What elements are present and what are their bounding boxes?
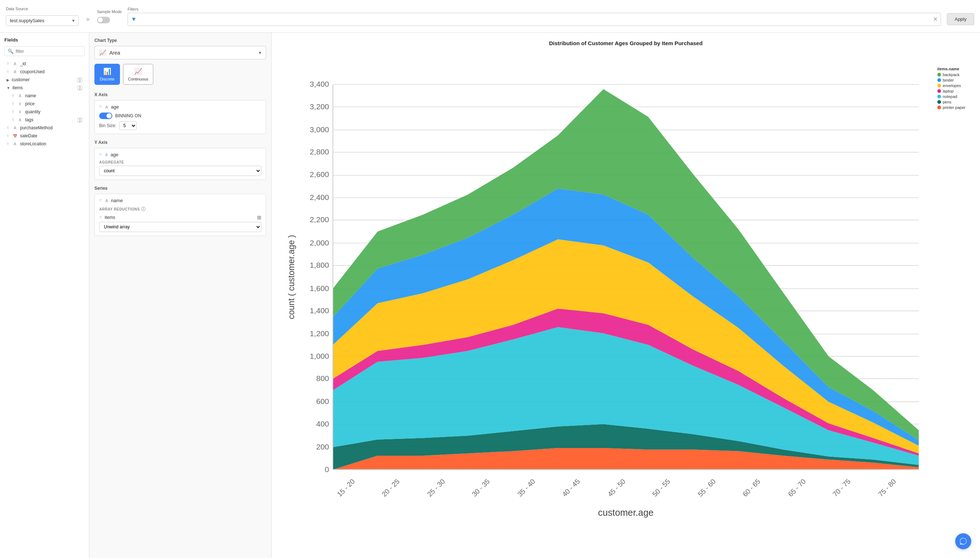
field-type-badge: {} [77, 77, 82, 82]
legend-color-dot [937, 100, 941, 104]
svg-text:count ( customer.age ): count ( customer.age ) [287, 235, 296, 319]
legend-item-notepad: notepad [937, 94, 965, 99]
svg-text:800: 800 [316, 374, 329, 382]
x-axis-title: X Axis [94, 92, 266, 97]
chart-type-icon: 📈 [99, 49, 107, 56]
y-axis-card: ⠿ # age AGGREGATE count sum avg min max [94, 148, 266, 180]
discrete-button[interactable]: 📊 Discrete [94, 64, 120, 85]
y-axis-section: Y Axis ⠿ # age AGGREGATE count sum avg m… [94, 140, 266, 180]
legend-item-envelopes: envelopes [937, 84, 965, 88]
field-name: items [12, 85, 76, 90]
chart-type-section-title: Chart Type [94, 38, 266, 43]
bin-size-select[interactable]: 5 10 2 1 [119, 121, 137, 130]
sample-mode-toggle[interactable] [97, 17, 110, 23]
svg-text:600: 600 [316, 397, 329, 405]
drag-handle-icon: ⠿ [7, 134, 9, 138]
field-name: purchaseMethod [20, 125, 82, 130]
clear-filter-button[interactable]: ✕ [933, 16, 938, 23]
aggregate-select[interactable]: count sum avg min max [99, 166, 262, 176]
y-field-type-icon: # [105, 153, 107, 157]
field-item-storelocation[interactable]: ⠿ A storeLocation [4, 140, 85, 148]
top-bar: Data Source test.supplySales ▾ » Sample … [0, 0, 980, 33]
fields-search-box: 🔍 [4, 46, 85, 56]
drag-handle-icon: ⠿ [99, 199, 102, 202]
svg-text:40 - 45: 40 - 45 [561, 478, 581, 498]
drag-handle-icon: ⠿ [99, 216, 102, 220]
chat-button[interactable] [955, 533, 971, 549]
x-field-type-icon: A [105, 105, 108, 109]
bin-size-row: Bin Size: 5 10 2 1 [99, 121, 262, 130]
continuous-button[interactable]: 📈 Continuous [123, 64, 153, 85]
type-icon-a: A [12, 126, 18, 130]
type-icon-a: A [12, 70, 18, 74]
data-source-select[interactable]: test.supplySales ▾ [6, 15, 79, 26]
svg-text:55 - 60: 55 - 60 [696, 478, 717, 498]
chart-type-select[interactable]: 📈 Area ▾ [94, 46, 266, 59]
series-field-row: ⠿ A name [99, 198, 262, 203]
filters-row: ▼ ✕ [128, 13, 941, 26]
data-source-section: Data Source test.supplySales ▾ [6, 7, 79, 26]
field-name: tags [25, 117, 75, 122]
svg-text:1,400: 1,400 [310, 306, 329, 315]
binning-row: BINNING ON [99, 113, 262, 119]
discrete-icon: 📊 [103, 67, 111, 75]
drag-handle-icon: ⠿ [12, 118, 14, 122]
svg-text:2,800: 2,800 [310, 148, 329, 156]
svg-text:1,800: 1,800 [310, 261, 329, 269]
drag-handle-icon: ⠿ [7, 62, 9, 66]
field-item-purchasemethod[interactable]: ⠿ A purchaseMethod [4, 124, 85, 132]
array-item-row: ⠿ items ⊞ [99, 215, 262, 220]
chart-svg: 0 200 400 600 800 1,000 1,200 1,400 1,60… [279, 52, 973, 548]
svg-text:70 - 75: 70 - 75 [831, 478, 852, 498]
fields-search-input[interactable] [16, 49, 81, 54]
unwind-select[interactable]: Unwind array Size of array Filter array [99, 222, 262, 232]
fields-panel-title: Fields [4, 37, 85, 43]
field-item-items-quantity[interactable]: ⠿ # quantity [4, 108, 85, 116]
info-icon[interactable]: ⓘ [141, 206, 146, 212]
series-card: ⠿ A name ARRAY REDUCTIONS ⓘ ⠿ items ⊞ Un… [94, 194, 266, 236]
continuous-label: Continuous [128, 77, 148, 81]
type-icon-a: A [17, 118, 23, 122]
field-item-items-name[interactable]: ⠿ A name [4, 92, 85, 100]
drag-handle-icon: ⠿ [12, 94, 14, 98]
field-item-couponused[interactable]: ⠿ A couponUsed [4, 68, 85, 76]
legend-label: laptop [943, 89, 954, 93]
filters-label: Filters [128, 7, 941, 11]
field-name: name [25, 93, 82, 98]
continuous-icon: 📈 [134, 67, 142, 75]
field-type-badge: [] [77, 118, 82, 122]
filters-input[interactable] [140, 16, 931, 22]
svg-text:30 - 35: 30 - 35 [470, 478, 491, 498]
field-item-items[interactable]: ▼ items [] [4, 84, 85, 92]
series-section: Series ⠿ A name ARRAY REDUCTIONS ⓘ ⠿ ite… [94, 186, 266, 236]
field-item-customer[interactable]: ▶ customer {} [4, 76, 85, 84]
legend-label: backpack [943, 72, 960, 77]
chart-legend: items.name backpack binder envelopes lap… [937, 67, 965, 111]
legend-color-dot [937, 95, 941, 98]
binning-toggle[interactable] [99, 113, 112, 119]
legend-label: envelopes [943, 84, 961, 88]
field-item-items-tags[interactable]: ⠿ A tags [] [4, 116, 85, 124]
drag-handle-icon: ⠿ [7, 142, 9, 146]
svg-text:3,200: 3,200 [310, 102, 329, 111]
series-title: Series [94, 186, 266, 191]
collapse-icon: ▼ [7, 86, 10, 90]
legend-color-dot [937, 73, 941, 77]
array-item-expand-icon[interactable]: ⊞ [257, 215, 262, 220]
svg-text:65 - 70: 65 - 70 [786, 478, 807, 498]
drag-handle-icon: ⠿ [12, 102, 14, 106]
svg-text:60 - 65: 60 - 65 [741, 478, 762, 498]
field-name: quantity [25, 109, 82, 114]
y-axis-title: Y Axis [94, 140, 266, 145]
field-item-saledate[interactable]: ⠿ 📅 saleDate [4, 132, 85, 140]
svg-text:2,400: 2,400 [310, 193, 329, 202]
field-item-items-price[interactable]: ⠿ # price [4, 100, 85, 108]
field-item-id[interactable]: ⠿ A _id [4, 60, 85, 68]
drag-handle-icon: ⠿ [99, 153, 102, 157]
apply-button[interactable]: Apply [947, 13, 974, 25]
array-reductions-label: ARRAY REDUCTIONS ⓘ [99, 206, 262, 212]
type-icon-a: A [12, 142, 18, 146]
legend-item-pens: pens [937, 100, 965, 104]
legend-item-laptop: laptop [937, 89, 965, 93]
filters-section: Filters ▼ ✕ [128, 7, 941, 26]
